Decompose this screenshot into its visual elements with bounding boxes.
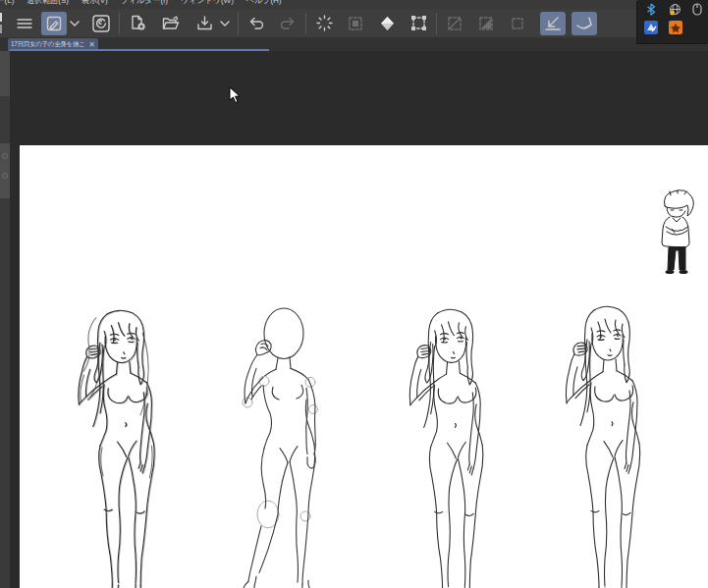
menu-select[interactable]: 選択範囲(S) <box>27 0 69 8</box>
toolbar-grip-2 <box>0 25 2 33</box>
snap-to-ruler-button[interactable] <box>540 12 566 35</box>
toolbar-separator <box>436 13 437 34</box>
dashed-square-diagonal-button[interactable] <box>442 12 467 35</box>
network-warning-icon[interactable] <box>669 2 681 20</box>
transform-selection-button[interactable] <box>406 12 431 35</box>
tool-dropdown-button[interactable] <box>67 12 82 35</box>
active-tool-button[interactable] <box>41 12 67 35</box>
swirl-logo-icon <box>92 15 110 32</box>
menu-help[interactable]: ヘルプ(H) <box>246 0 282 8</box>
save-icon <box>196 16 213 31</box>
document-tab-title: 17日目女の子の全身を描こう <box>11 40 86 49</box>
new-file-button[interactable] <box>125 12 150 35</box>
main-menu-button[interactable] <box>12 12 37 35</box>
dashed-square-triangle-icon <box>478 16 494 31</box>
figure-rough-sketch-girl <box>66 308 172 588</box>
dashed-square-diagonal-icon <box>447 16 463 31</box>
clear-outside-selection-button[interactable] <box>343 12 368 35</box>
pen-tool-icon <box>46 16 62 31</box>
application-window: レイヤー(L) 選択範囲(S) 表示(V) フィルター(I) ウィンドウ(W) … <box>0 0 708 588</box>
document-tab-bar: 17日目女の子の全身を描こう ✕ <box>0 37 708 51</box>
transform-frame-icon <box>410 15 427 31</box>
chevron-down-icon <box>70 21 80 27</box>
dashed-square-button[interactable] <box>505 12 530 35</box>
collapsed-palette-strip[interactable] <box>0 51 10 588</box>
palette-strip-segment <box>0 51 10 96</box>
toolbar-separator <box>305 13 306 34</box>
new-file-icon <box>130 15 146 31</box>
figure-chibi-character <box>658 189 697 280</box>
deselect-button[interactable] <box>311 12 337 35</box>
open-folder-icon <box>162 16 180 30</box>
dashed-square-triangle-button[interactable] <box>473 12 499 35</box>
mouse-device-icon[interactable] <box>692 2 702 20</box>
snap-curve-icon <box>575 16 593 31</box>
toolbar-separator <box>119 13 120 34</box>
palette-strip-segment <box>0 143 10 198</box>
redo-icon <box>279 16 297 30</box>
hamburger-icon <box>17 17 32 30</box>
tab-close-icon[interactable]: ✕ <box>88 41 95 49</box>
fill-button[interactable] <box>374 12 400 35</box>
snap-ruler-arrow-icon <box>544 16 562 31</box>
command-toolbar <box>0 9 708 38</box>
mouse-cursor <box>229 86 241 108</box>
menu-view[interactable]: 表示(V) <box>82 0 108 8</box>
menu-filter[interactable]: フィルター(I) <box>121 0 168 8</box>
palette-dot-icon <box>2 173 8 179</box>
undo-icon <box>247 16 265 30</box>
deselect-starburst-icon <box>316 15 333 31</box>
orange-app-icon[interactable] <box>669 21 682 38</box>
dashed-fill-square-icon <box>348 16 363 31</box>
toolbar-separator <box>238 13 239 34</box>
bluetooth-icon[interactable] <box>645 2 657 20</box>
dashed-square-icon <box>510 16 525 31</box>
clip-studio-button[interactable] <box>88 12 114 35</box>
toolbar-grip[interactable] <box>0 13 2 22</box>
menu-window[interactable]: ウィンドウ(W) <box>181 0 234 8</box>
undo-button[interactable] <box>244 12 269 35</box>
menu-bar: レイヤー(L) 選択範囲(S) 表示(V) フィルター(I) ウィンドウ(W) … <box>0 0 708 9</box>
canvas-paper[interactable] <box>20 145 708 588</box>
chevron-down-icon <box>220 21 230 27</box>
figure-lineart-girl-final <box>554 304 657 588</box>
figure-lineart-girl-draft <box>398 307 500 588</box>
system-tray-flyout <box>637 0 708 43</box>
menu-layer[interactable]: レイヤー(L) <box>0 0 14 8</box>
canvas-surround <box>10 51 708 588</box>
save-file-button[interactable] <box>191 12 217 35</box>
figure-pose-mannequin <box>229 304 327 588</box>
palette-dot-icon <box>2 153 8 159</box>
save-dropdown-button[interactable] <box>217 12 233 35</box>
redo-button[interactable] <box>275 12 300 35</box>
open-file-button[interactable] <box>158 12 184 35</box>
snap-to-special-ruler-button[interactable] <box>572 12 597 35</box>
fill-diamond-icon <box>379 16 396 31</box>
blue-app-icon[interactable] <box>644 21 658 38</box>
